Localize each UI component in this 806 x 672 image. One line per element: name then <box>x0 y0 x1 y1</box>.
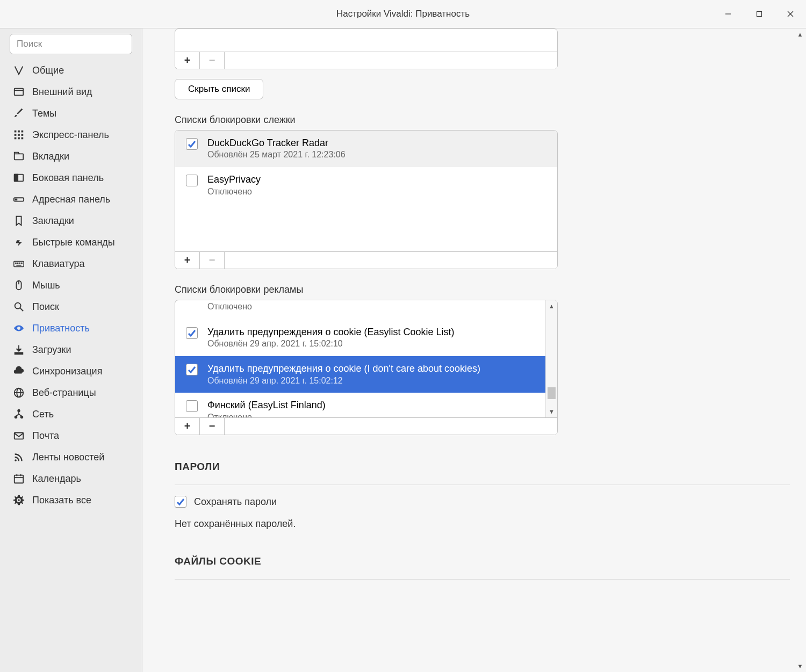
passwords-heading: ПАРОЛИ <box>175 461 790 473</box>
scroll-down-icon[interactable]: ▼ <box>546 406 557 417</box>
main-scrollbar[interactable]: ▲ ▼ <box>794 28 806 672</box>
tracker-list-item[interactable]: DuckDuckGo Tracker Radar Обновлён 25 мар… <box>175 131 557 167</box>
list-item-subtitle: Обновлён 25 март 2021 г. 12:23:06 <box>207 149 546 161</box>
sidebar-item-tabs[interactable]: Вкладки <box>0 146 142 167</box>
scroll-track[interactable] <box>794 40 806 660</box>
list-item-subtitle: Отключено <box>207 186 546 198</box>
svg-point-28 <box>15 303 21 309</box>
sidebar-item-appearance[interactable]: Внешний вид <box>0 81 142 103</box>
svg-point-30 <box>17 327 20 330</box>
ad-list-box: Отключено Удалить предупреждения о cooki… <box>175 300 558 435</box>
sidebar-item-themes[interactable]: Темы <box>0 103 142 124</box>
sidebar-item-label: Веб-страницы <box>32 387 96 399</box>
sidebar-item-label: Загрузки <box>32 344 71 356</box>
svg-rect-4 <box>15 89 24 96</box>
checkbox[interactable] <box>186 364 198 375</box>
sidebar-item-quick-commands[interactable]: Быстрые команды <box>0 232 142 253</box>
svg-rect-10 <box>18 134 20 136</box>
checkbox[interactable] <box>175 496 186 508</box>
svg-rect-20 <box>14 261 24 266</box>
sidebar-item-network[interactable]: Сеть <box>0 403 142 425</box>
scroll-track[interactable] <box>546 312 557 406</box>
add-ad-button[interactable]: + <box>175 418 200 435</box>
scroll-down-icon[interactable]: ▼ <box>794 660 806 672</box>
sidebar-item-label: Внешний вид <box>32 86 92 98</box>
checkbox[interactable] <box>186 138 198 150</box>
network-icon <box>13 408 25 420</box>
sidebar-item-mail[interactable]: Почта <box>0 425 142 446</box>
svg-rect-11 <box>21 134 24 136</box>
sidebar-item-show-all[interactable]: Показать все <box>0 489 142 511</box>
sidebar-item-label: Ленты новостей <box>32 452 104 463</box>
add-source-button[interactable]: + <box>175 52 200 69</box>
remove-source-button: − <box>200 52 225 69</box>
sidebar-item-keyboard[interactable]: Клавиатура <box>0 253 142 274</box>
close-button[interactable] <box>775 0 806 28</box>
add-tracker-button[interactable]: + <box>175 252 200 269</box>
source-list-body[interactable] <box>175 29 557 52</box>
sidebar-item-downloads[interactable]: Загрузки <box>0 339 142 360</box>
vivaldi-icon <box>13 64 25 76</box>
list-item-title: Удалить предупреждения о cookie (Easylis… <box>207 326 535 338</box>
checkbox[interactable] <box>186 175 198 186</box>
sidebar-item-search[interactable]: Поиск <box>0 296 142 317</box>
content-area: + − Скрыть списки Списки блокировки слеж… <box>142 28 806 672</box>
minimize-button[interactable] <box>713 0 744 28</box>
sidebar-item-panel[interactable]: Боковая панель <box>0 167 142 189</box>
svg-rect-7 <box>18 131 20 133</box>
maximize-button[interactable] <box>744 0 775 28</box>
sidebar-item-address-bar[interactable]: Адресная панель <box>0 189 142 210</box>
hide-lists-button[interactable]: Скрыть списки <box>175 79 263 99</box>
tracker-list-item[interactable]: EasyPrivacy Отключено <box>175 167 557 204</box>
sidebar-item-label: Экспресс-панель <box>32 129 109 141</box>
source-url-input[interactable] <box>225 52 557 69</box>
ad-lists-heading: Списки блокировки рекламы <box>175 284 790 295</box>
sidebar-item-sync[interactable]: Синхронизация <box>0 360 142 382</box>
sidebar-item-label: Сеть <box>32 409 54 420</box>
svg-point-21 <box>16 263 16 263</box>
sidebar-item-label: Закладки <box>32 215 74 227</box>
remove-ad-button[interactable]: − <box>200 418 225 435</box>
checkbox[interactable] <box>186 327 198 339</box>
ad-url-input[interactable] <box>225 418 557 435</box>
bookmark-icon <box>13 215 25 227</box>
panel-icon <box>13 172 25 184</box>
sidebar-item-mouse[interactable]: Мышь <box>0 274 142 296</box>
ad-list-scrollbar[interactable]: ▲ ▼ <box>545 300 557 417</box>
sidebar-item-speed-dial[interactable]: Экспресс-панель <box>0 124 142 146</box>
scroll-up-icon[interactable]: ▲ <box>794 28 806 40</box>
save-passwords-row[interactable]: Сохранять пароли <box>175 496 790 508</box>
list-item-subtitle: Отключено <box>207 301 535 313</box>
keyboard-icon <box>13 258 25 270</box>
sidebar-item-label: Календарь <box>32 473 81 485</box>
calendar-icon <box>13 473 25 485</box>
search-input[interactable] <box>10 34 132 54</box>
list-item-subtitle: Отключено <box>207 412 535 417</box>
sidebar-item-label: Синхронизация <box>32 366 102 377</box>
ad-list-item[interactable]: Удалить предупреждения о cookie (I don't… <box>175 356 545 393</box>
scroll-up-icon[interactable]: ▲ <box>546 300 557 312</box>
sidebar-item-webpages[interactable]: Веб-страницы <box>0 382 142 403</box>
titlebar: Настройки Vivaldi: Приватность <box>0 0 806 28</box>
svg-rect-13 <box>18 138 20 140</box>
ad-list-item[interactable]: Удалить предупреждения о cookie (Easylis… <box>175 320 545 356</box>
tracker-list-body: DuckDuckGo Tracker Radar Обновлён 25 мар… <box>175 131 557 251</box>
sidebar-item-general[interactable]: Общие <box>0 60 142 81</box>
tracker-url-input[interactable] <box>225 252 557 269</box>
save-passwords-label: Сохранять пароли <box>194 496 277 508</box>
divider <box>175 579 790 580</box>
ad-list-item[interactable]: Финский (EasyList Finland) Отключено <box>175 393 545 417</box>
sidebar-item-label: Клавиатура <box>32 258 85 270</box>
sidebar-item-bookmarks[interactable]: Закладки <box>0 210 142 232</box>
checkbox[interactable] <box>186 400 198 412</box>
sidebar-item-feeds[interactable]: Ленты новостей <box>0 446 142 468</box>
ad-list-item[interactable]: Отключено <box>175 300 545 320</box>
svg-point-34 <box>18 410 20 412</box>
sidebar-item-calendar[interactable]: Календарь <box>0 468 142 489</box>
tracker-list-box: DuckDuckGo Tracker Radar Обновлён 25 мар… <box>175 130 558 269</box>
ad-list-body: Отключено Удалить предупреждения о cooki… <box>175 300 557 417</box>
sidebar-item-privacy[interactable]: Приватность <box>0 317 142 339</box>
list-item-title: Удалить предупреждения о cookie (I don't… <box>207 363 535 375</box>
list-item-subtitle: Обновлён 29 апр. 2021 г. 15:02:10 <box>207 338 535 350</box>
scroll-thumb[interactable] <box>548 387 556 399</box>
